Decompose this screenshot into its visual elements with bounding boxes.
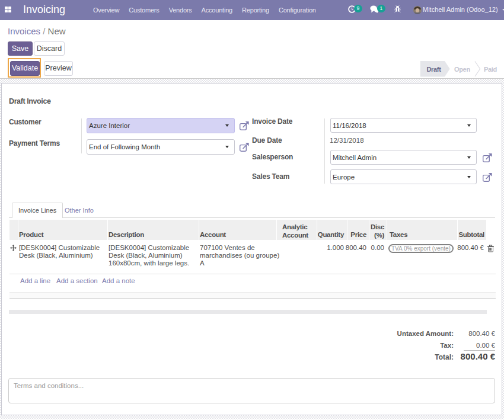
svg-text:Paid: Paid [484,66,497,73]
svg-text:Open: Open [454,66,470,73]
svg-text:Draft: Draft [426,66,441,73]
